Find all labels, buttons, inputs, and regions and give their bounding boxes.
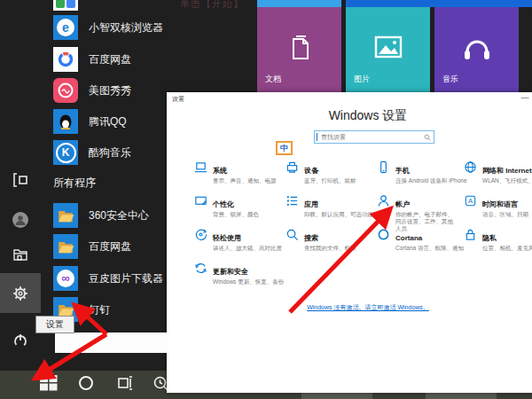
document-icon [286,34,313,64]
cortana-circle-icon [377,228,390,241]
expand-menu-icon[interactable] [12,171,29,189]
page-title: Windows 设置 [248,108,488,124]
power-icon[interactable] [12,332,29,349]
picture-icon [373,34,403,60]
all-programs-header: 所有程序 [53,176,96,191]
settings-category-personalization[interactable]: 个性化背景、锁屏、颜色 [194,194,285,218]
tile-music[interactable]: 音乐 [434,7,519,92]
svg-text:A: A [468,197,473,205]
infinity-app-icon: ∞ [53,266,78,291]
documents-icon[interactable] [12,246,29,263]
folder-icon [53,234,78,259]
ease-of-access-icon [194,228,207,241]
activation-notice: Windows 没有激活。请立即激活 Windows。 [248,303,488,312]
app-item-kugou[interactable]: K 酷狗音乐 [53,140,168,165]
settings-category-system[interactable]: 系统显示、声音、通知、电源 [194,160,285,184]
settings-category-search[interactable]: 搜索查找我的文件、权限 [286,228,376,252]
minimize-button[interactable]: — [520,93,530,103]
settings-category-apps[interactable]: 应用卸载、默认应用、可选功能 [286,194,376,218]
lock-icon [464,228,477,241]
colorful-grid-icon[interactable] [53,0,78,11]
magnifier-icon [424,134,431,141]
settings-category-privacy[interactable]: 隐私位置、相机、麦克风 [464,228,532,252]
user-account-icon[interactable] [12,211,29,229]
gear-icon[interactable] [12,285,29,302]
e-browser-icon: e [53,15,78,40]
app-item-browser[interactable]: e 小智双核浏览器 [53,15,168,40]
settings-category-network[interactable]: 网络和 InternetWLAN、飞行模式、VPN [464,160,532,184]
settings-search-box[interactable] [314,130,434,144]
program-item-360[interactable]: 360安全中心 [53,203,168,228]
program-item-baidu-netdisk[interactable]: 百度网盘 [53,234,168,259]
taskbar-window-trace [426,393,497,399]
kugou-icon: K [53,140,78,165]
taskbar-window-trace [301,393,372,399]
person-icon [377,194,390,207]
settings-category-update-security[interactable]: 更新和安全Windows 更新、恢复、备份 [194,262,285,286]
folder-icon [53,203,78,228]
settings-category-ease-of-access[interactable]: 轻松使用讲述人、放大镜、高对比度 [194,228,285,252]
tile-pictures[interactable]: 图片 [346,7,430,92]
cortana-button[interactable] [78,375,94,391]
settings-category-accounts[interactable]: 帐户你的帐户、电子邮件、同步设置、工作、其他人员 [377,194,453,232]
laptop-icon [194,160,207,174]
app-item-qq[interactable]: 腾讯QQ [53,109,168,134]
settings-category-time-language[interactable]: A 时间和语言语音、区域、日期 [464,194,532,218]
activate-windows-link[interactable]: Windows 没有激活。请立即激活 Windows。 [307,304,429,310]
clock-language-icon: A [464,194,477,207]
tile-edge-strip [346,0,532,7]
meitu-icon [53,78,78,103]
printer-icon [286,160,299,174]
baidu-netdisk-icon [53,47,78,72]
window-titlebar-title: 设置 [172,95,184,104]
magnifier-icon [286,228,299,241]
search-input[interactable] [317,134,424,140]
tile-documents[interactable]: 文档 [257,7,341,92]
background-caption: 单击【开始】 [180,0,244,11]
settings-category-phone[interactable]: 手机连接 Android 设备和 iPhone [377,160,467,184]
app-item-meitu[interactable]: 美图秀秀 [53,78,168,103]
globe-icon [464,160,477,174]
settings-category-devices[interactable]: 设备蓝牙、打印机、鼠标 [286,160,376,184]
start-button[interactable] [40,375,59,391]
app-item-baidu-netdisk[interactable]: 百度网盘 [53,47,168,72]
settings-window: 设置 — Windows 设置 中 系统显示、声音、通知、电源 设备蓝牙、打印机… [167,92,532,393]
qq-penguin-icon [53,109,78,134]
tile-edge-strip [257,0,341,7]
task-view-button[interactable] [116,375,132,391]
phone-icon [377,160,390,174]
settings-category-cortana[interactable]: CortanaCortana 语言、权限、通知 [377,228,467,252]
ime-indicator[interactable]: 中 [276,141,293,155]
program-item-doupi[interactable]: ∞ 豆皮图片下载器 [53,266,168,291]
sync-arrows-icon [194,262,207,275]
settings-tooltip: 设置 [35,316,74,333]
apps-list-icon [286,194,299,207]
personalization-icon [194,194,207,207]
white-band [55,332,168,353]
headphones-icon [461,34,493,62]
